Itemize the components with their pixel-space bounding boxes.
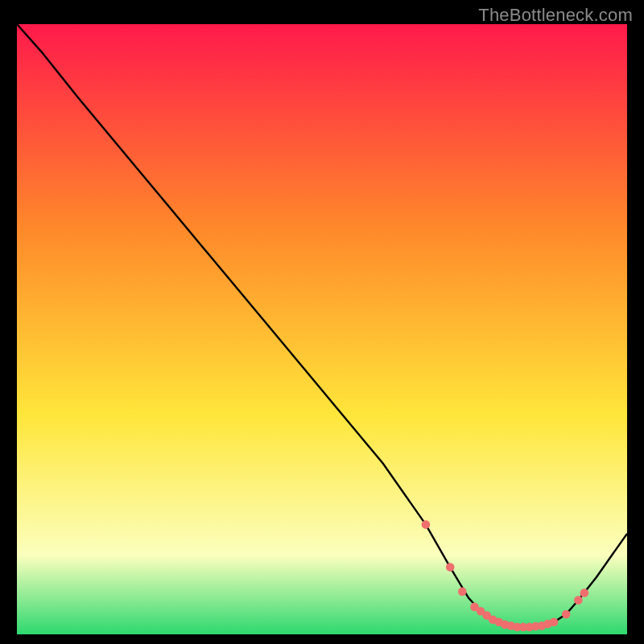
- chart-svg: [17, 24, 627, 634]
- marker-dot: [446, 563, 455, 572]
- chart-frame: TheBottleneck.com: [0, 0, 644, 644]
- marker-dot: [580, 588, 589, 597]
- watermark-text: TheBottleneck.com: [478, 5, 633, 26]
- marker-dot: [574, 596, 583, 605]
- gradient-background: [17, 24, 627, 634]
- marker-dot: [458, 588, 467, 597]
- plot-area: [17, 24, 627, 634]
- marker-dot: [422, 520, 431, 529]
- marker-dot: [550, 618, 559, 627]
- marker-dot: [562, 610, 571, 619]
